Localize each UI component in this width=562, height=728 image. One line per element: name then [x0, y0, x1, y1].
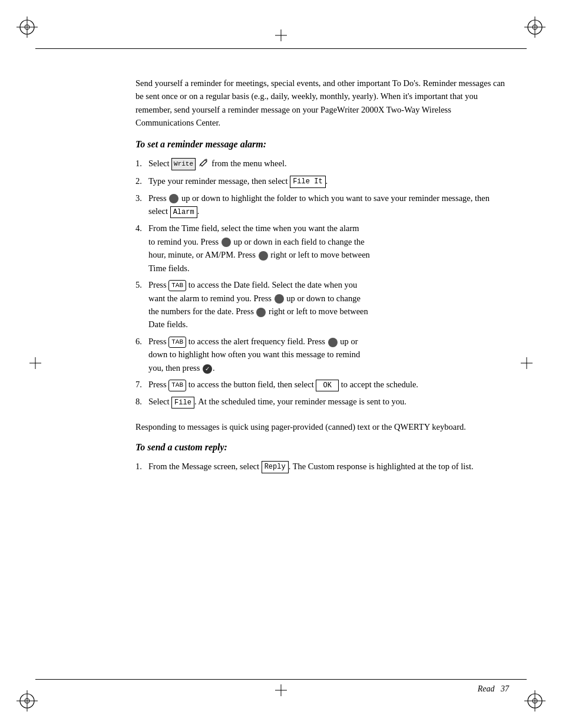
svg-line-24 [200, 164, 200, 166]
step-text: Press up or down to highlight the folder… [148, 193, 490, 216]
step-text: Select File. At the scheduled time, your… [148, 397, 406, 406]
edge-mark-top [275, 29, 287, 44]
corner-mark-tr [524, 17, 546, 38]
write-button-inline: Write [171, 158, 196, 170]
list-item: 1. Select Write from the menu wheel. [135, 157, 509, 171]
list-item: 8. Select File. At the scheduled time, y… [135, 395, 509, 409]
step-number: 1. [135, 460, 142, 473]
page-content: Send yourself a reminder for meetings, s… [135, 77, 509, 669]
list-item: 2. Type your reminder message, then sele… [135, 174, 509, 188]
tab-button-inline: TAB [168, 337, 186, 348]
section1-heading: To set a reminder message alarm: [135, 139, 509, 150]
step-number: 3. [135, 192, 142, 205]
thumbwheel-icon [275, 294, 284, 304]
step-number: 8. [135, 395, 142, 408]
steps-list-2: 1. From the Message screen, select Reply… [135, 460, 509, 473]
header-rule [35, 48, 527, 49]
step-number: 4. [135, 222, 142, 235]
step-text: Press TAB to access the button field, th… [148, 380, 418, 389]
edge-mark-right [521, 357, 533, 371]
page-number: 37 [501, 684, 509, 693]
list-item: 5. Press TAB to access the Date field. S… [135, 278, 509, 331]
step-number: 7. [135, 378, 142, 391]
file-button-inline: File [171, 397, 194, 409]
step-number: 1. [135, 157, 142, 170]
list-item: 3. Press up or down to highlight the fol… [135, 192, 509, 218]
step-text: From the Time field, select the time whe… [148, 223, 370, 272]
footer-rule [35, 679, 527, 680]
list-item: 1. From the Message screen, select Reply… [135, 460, 509, 473]
checkmark-icon [203, 364, 212, 374]
step-text: Press TAB to access the Date field. Sele… [148, 280, 368, 329]
step-text: Select Write from the menu wheel. [148, 159, 287, 168]
page-footer: Read 37 [478, 684, 509, 694]
pencil-icon [199, 157, 209, 170]
reply-button-inline: Reply [262, 461, 289, 473]
thumbwheel-icon [259, 251, 268, 261]
list-item: 4. From the Time field, select the time … [135, 222, 509, 275]
thumbwheel-icon [222, 238, 231, 247]
list-item: 6. Press TAB to access the alert frequen… [135, 335, 509, 374]
thumbwheel-icon [328, 338, 338, 347]
step-number: 6. [135, 335, 142, 348]
step-text: From the Message screen, select Reply. T… [148, 462, 474, 471]
corner-mark-tl [16, 17, 38, 38]
steps-list: 1. Select Write from the menu wheel. 2. … [135, 157, 509, 409]
list-item: 7. Press TAB to access the button field,… [135, 378, 509, 391]
edge-mark-bottom [275, 684, 287, 699]
step-text: Type your reminder message, then select … [148, 176, 328, 186]
thumbwheel-icon [169, 194, 178, 203]
corner-mark-bl [16, 690, 38, 711]
step-text: Press TAB to access the alert frequency … [148, 337, 360, 373]
tab-button-inline: TAB [168, 380, 186, 391]
thumbwheel-icon [256, 308, 266, 317]
step-number: 5. [135, 278, 142, 291]
footer-read-label: Read [478, 684, 495, 693]
alarm-button-inline: Alarm [170, 206, 197, 219]
tab-button-inline: TAB [168, 280, 186, 291]
edge-mark-left [29, 357, 41, 371]
section2-heading: To send a custom reply: [135, 442, 509, 453]
intro-paragraph: Send yourself a reminder for meetings, s… [135, 77, 509, 130]
ok-button-inline: OK [316, 380, 339, 392]
intro-paragraph-2: Responding to messages is quick using pa… [135, 420, 509, 433]
step-number: 2. [135, 174, 142, 187]
file-it-button-inline: File It [290, 176, 325, 188]
corner-mark-br [524, 690, 546, 711]
